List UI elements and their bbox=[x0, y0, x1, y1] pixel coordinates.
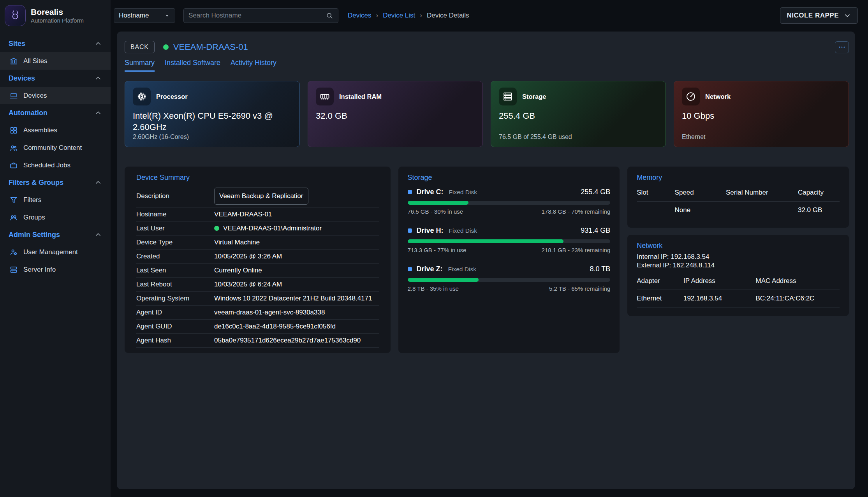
stat-title: Network bbox=[705, 93, 731, 100]
sidebar-item-label: Filters bbox=[23, 196, 41, 204]
row-value: VEEAM-DRAAS-01 bbox=[214, 211, 272, 218]
drive-used-text: 2.8 TB - 35% in use bbox=[408, 285, 459, 292]
drive-usage-bar bbox=[408, 201, 611, 205]
user-gear-icon bbox=[9, 248, 18, 256]
memory-header-serial: Serial Number bbox=[726, 185, 798, 202]
row-value: 10/03/2025 @ 6:24 AM bbox=[214, 281, 282, 288]
borealis-logo-icon bbox=[5, 5, 26, 26]
drive-type: Fixed Disk bbox=[449, 189, 477, 196]
cpu-icon bbox=[133, 88, 151, 105]
sidebar-item-groups[interactable]: Groups bbox=[0, 209, 111, 226]
sidebar-item-label: Devices bbox=[23, 92, 47, 100]
sidebar-item-scheduled-jobs[interactable]: Scheduled Jobs bbox=[0, 156, 111, 174]
sidebar-section-sites[interactable]: Sites bbox=[0, 35, 111, 52]
storage-icon bbox=[499, 88, 517, 105]
user-menu-button[interactable]: NICOLE RAPPE bbox=[780, 7, 858, 24]
breadcrumb-device-details: Device Details bbox=[427, 12, 469, 19]
sidebar-item-devices[interactable]: Devices bbox=[0, 87, 111, 104]
back-button[interactable]: BACK bbox=[125, 41, 155, 53]
storage-card: Storage Drive C: Fixed Disk 255.4 GB bbox=[398, 167, 620, 353]
user-name: NICOLE RAPPE bbox=[787, 12, 839, 19]
chevron-up-icon bbox=[94, 231, 102, 239]
row-label: Last Reboot bbox=[136, 281, 214, 288]
more-actions-button[interactable] bbox=[835, 41, 849, 53]
tab-installed-software[interactable]: Installed Software bbox=[165, 59, 220, 72]
internal-ip: Internal IP: 192.168.3.54 bbox=[637, 253, 840, 261]
chevron-up-icon bbox=[94, 40, 102, 47]
external-ip: External IP: 162.248.8.114 bbox=[637, 262, 840, 269]
drive-name: Drive Z: bbox=[417, 265, 443, 273]
drive-usage-bar bbox=[408, 278, 611, 282]
sidebar-section-filters-groups[interactable]: Filters & Groups bbox=[0, 174, 111, 191]
sidebar-item-all-sites[interactable]: All Sites bbox=[0, 52, 111, 70]
topbar: Hostname Devices Device List Device Deta… bbox=[111, 0, 868, 31]
sidebar-item-label: User Management bbox=[23, 248, 78, 256]
breadcrumb-device-list[interactable]: Device List bbox=[383, 12, 415, 19]
device-details-panel: BACK VEEAM-DRAAS-01 Summary Installed So… bbox=[117, 32, 855, 489]
breadcrumb-devices[interactable]: Devices bbox=[348, 12, 371, 19]
row-label: Last User bbox=[136, 225, 214, 232]
memory-header-speed: Speed bbox=[675, 185, 726, 202]
summary-row: Hostname VEEAM-DRAAS-01 bbox=[136, 207, 379, 221]
row-value: Windows 10 2022 Datacenter 21H2 Build 20… bbox=[214, 295, 372, 302]
tab-summary[interactable]: Summary bbox=[125, 59, 155, 72]
drive-size: 255.4 GB bbox=[581, 188, 610, 196]
stat-subtitle: 2.60GHz (16-Cores) bbox=[133, 133, 292, 140]
row-value: Currently Online bbox=[214, 267, 262, 274]
summary-row: Agent GUID de16c0c1-8aa2-4d18-9585-9ce91… bbox=[136, 320, 379, 334]
memory-header-capacity: Capacity bbox=[798, 185, 840, 202]
network-cell-adapter: Ethernet bbox=[637, 290, 683, 307]
breadcrumb-separator bbox=[420, 12, 422, 19]
breadcrumb: Devices Device List Device Details bbox=[348, 12, 469, 19]
sidebar-section-automation[interactable]: Automation bbox=[0, 104, 111, 121]
detail-grid: Device Summary Description Hostname VEEA… bbox=[125, 167, 849, 353]
drive-remaining-text: 218.1 GB - 23% remaining bbox=[541, 247, 610, 253]
chevron-up-icon bbox=[94, 109, 102, 117]
breadcrumb-separator bbox=[376, 12, 378, 19]
stat-subtitle: 76.5 GB of 255.4 GB used bbox=[499, 133, 658, 140]
search-icon[interactable] bbox=[326, 12, 333, 19]
sidebar-item-server-info[interactable]: Server Info bbox=[0, 261, 111, 278]
hostname-filter-select[interactable]: Hostname bbox=[114, 8, 175, 23]
sidebar-item-assemblies[interactable]: Assemblies bbox=[0, 121, 111, 139]
sidebar-item-label: Assemblies bbox=[23, 126, 57, 134]
section-label: Devices bbox=[9, 74, 94, 83]
row-label: Created bbox=[136, 253, 214, 260]
sidebar-item-filters[interactable]: Filters bbox=[0, 191, 111, 209]
section-label: Admin Settings bbox=[9, 231, 94, 239]
sidebar-item-community-content[interactable]: Community Content bbox=[0, 139, 111, 156]
row-value: veeam-draas-01-agent-svc-8930a338 bbox=[214, 309, 325, 316]
search-input[interactable] bbox=[188, 12, 326, 19]
drive-name: Drive C: bbox=[417, 188, 444, 196]
sites-icon bbox=[9, 57, 18, 65]
drive-name: Drive H: bbox=[417, 227, 444, 235]
drive-bullet-icon bbox=[408, 228, 412, 233]
row-label: Agent ID bbox=[136, 309, 214, 316]
row-value: 05ba0e7935171d626ecea29b27d7ae175363cd90 bbox=[214, 337, 361, 344]
hostname-search bbox=[183, 8, 338, 23]
content-area: BACK VEEAM-DRAAS-01 Summary Installed So… bbox=[111, 31, 868, 497]
stat-card-network: Network 10 Gbps Ethernet bbox=[674, 81, 849, 147]
server-icon bbox=[9, 265, 18, 274]
sidebar-item-label: Server Info bbox=[23, 266, 56, 274]
sidebar-item-user-management[interactable]: User Management bbox=[0, 243, 111, 261]
network-title: Network bbox=[637, 242, 840, 250]
section-label: Sites bbox=[9, 40, 94, 48]
sidebar-section-admin-settings[interactable]: Admin Settings bbox=[0, 226, 111, 243]
stat-card-processor: Processor Intel(R) Xeon(R) CPU E5-2690 v… bbox=[125, 81, 300, 147]
drive-c: Drive C: Fixed Disk 255.4 GB 76.5 GB - 3… bbox=[408, 188, 611, 215]
stat-title: Installed RAM bbox=[339, 93, 382, 100]
stat-subtitle: Ethernet bbox=[682, 133, 841, 140]
section-label: Filters & Groups bbox=[9, 179, 94, 187]
brand-name: Borealis bbox=[31, 7, 84, 17]
sidebar-section-devices[interactable]: Devices bbox=[0, 70, 111, 87]
tab-activity-history[interactable]: Activity History bbox=[231, 59, 276, 72]
online-status-dot bbox=[163, 44, 169, 50]
description-input[interactable] bbox=[214, 188, 308, 205]
device-summary-card: Device Summary Description Hostname VEEA… bbox=[125, 167, 391, 353]
stat-title: Storage bbox=[522, 93, 546, 100]
brand-logo[interactable]: Borealis Automation Platform bbox=[0, 0, 111, 31]
people-icon bbox=[9, 144, 18, 152]
row-value: VEEAM-DRAAS-01\Administrator bbox=[214, 225, 322, 232]
stat-value: Intel(R) Xeon(R) CPU E5-2690 v3 @ 2.60GH… bbox=[133, 111, 292, 133]
